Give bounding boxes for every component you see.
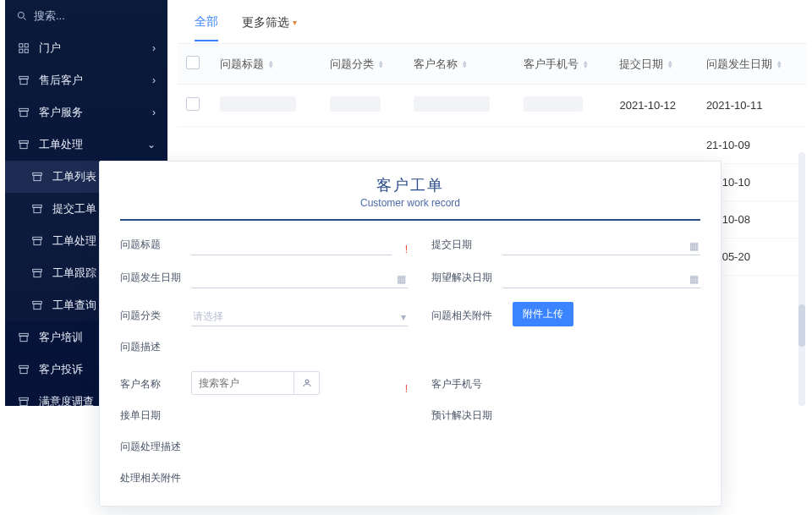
modal-subtitle: Customer work record xyxy=(120,197,700,209)
label-customer-phone: 客户手机号 xyxy=(431,377,492,395)
label-submit-date: 提交日期 xyxy=(431,238,492,255)
col-submit-date[interactable]: 提交日期▴▾ xyxy=(611,44,697,85)
svg-rect-4 xyxy=(19,49,23,52)
cell-redacted xyxy=(414,96,490,112)
upload-attachment-button[interactable]: 附件上传 xyxy=(513,302,573,326)
chevron-right-icon: › xyxy=(152,107,156,118)
label-handle-attach: 处理相关附件 xyxy=(120,471,191,489)
select-category[interactable] xyxy=(191,307,408,326)
search-icon xyxy=(15,9,29,23)
label-handle-desc: 问题处理描述 xyxy=(120,440,191,457)
input-customer-phone[interactable] xyxy=(502,376,700,395)
sidebar-item-aftersales-customer[interactable]: 售后客户 › xyxy=(5,64,167,96)
label-estimate-date: 预计解决日期 xyxy=(431,408,502,426)
required-icon: ! xyxy=(405,383,408,395)
tab-more-filter[interactable]: 更多筛选 ▾ xyxy=(242,15,297,41)
input-occur-date[interactable] xyxy=(191,269,408,288)
archive-icon xyxy=(17,395,30,406)
label-attachment: 问题相关附件 xyxy=(431,309,502,326)
svg-rect-7 xyxy=(20,79,27,84)
archive-icon xyxy=(17,138,30,151)
archive-icon xyxy=(30,234,44,248)
sidebar-search[interactable]: 搜索... xyxy=(5,0,167,32)
divider xyxy=(120,219,700,221)
customer-search xyxy=(191,371,320,395)
sort-icon: ▴▾ xyxy=(777,60,782,68)
svg-line-1 xyxy=(24,18,26,20)
grid-icon xyxy=(17,41,30,55)
checkbox-row[interactable] xyxy=(186,97,200,111)
label-customer: 客户名称 xyxy=(120,377,181,395)
input-issue-title[interactable] xyxy=(191,236,392,255)
chevron-right-icon: › xyxy=(152,42,156,54)
customer-ticket-modal: 客户工单 Customer work record 问题标题 ! 提交日期 ▦ … xyxy=(99,161,721,507)
input-expect-date[interactable] xyxy=(502,269,700,288)
archive-icon xyxy=(30,170,44,184)
label-issue-title: 问题标题 xyxy=(120,238,181,255)
input-submit-date[interactable] xyxy=(502,236,700,255)
checkbox-all[interactable] xyxy=(186,56,200,69)
label-expect-date: 期望解决日期 xyxy=(431,271,492,288)
sort-icon: ▴▾ xyxy=(463,60,467,68)
sort-icon: ▴▾ xyxy=(379,60,383,68)
chevron-down-icon: ⌄ xyxy=(147,139,156,151)
sidebar-item-ticket-handling[interactable]: 工单处理 ⌄ xyxy=(5,129,167,161)
archive-icon xyxy=(30,299,44,312)
cell-submit-date: 2021-10-12 xyxy=(611,85,697,127)
filter-tabs: 全部 更多筛选 ▾ xyxy=(178,0,807,44)
customer-search-button[interactable] xyxy=(294,372,319,394)
svg-rect-19 xyxy=(34,271,41,277)
svg-rect-23 xyxy=(20,336,27,341)
cell-redacted xyxy=(330,96,381,112)
table-row[interactable]: 21-10-09 xyxy=(178,127,807,164)
svg-rect-5 xyxy=(25,49,28,52)
sort-icon: ▴▾ xyxy=(668,60,672,68)
svg-rect-3 xyxy=(25,44,28,47)
archive-icon xyxy=(17,106,30,119)
label-desc: 问题描述 xyxy=(120,340,181,358)
sidebar-item-customer-service[interactable]: 客户服务 › xyxy=(5,96,167,129)
col-customer-name[interactable]: 客户名称▴▾ xyxy=(405,44,515,85)
sort-icon: ▴▾ xyxy=(269,60,273,68)
cell-redacted xyxy=(524,96,583,112)
col-customer-phone[interactable]: 客户手机号▴▾ xyxy=(515,44,612,85)
svg-rect-27 xyxy=(20,400,27,405)
svg-rect-9 xyxy=(20,111,27,116)
cell-occur-date: 2021-10-11 xyxy=(698,85,807,127)
label-category: 问题分类 xyxy=(120,309,181,326)
svg-point-28 xyxy=(305,380,309,383)
label-occur-date: 问题发生日期 xyxy=(120,271,181,288)
cell-redacted xyxy=(220,96,296,112)
tab-all[interactable]: 全部 xyxy=(195,14,218,41)
sidebar-item-portal[interactable]: 门户 › xyxy=(5,32,167,64)
label-receive-date: 接单日期 xyxy=(120,408,181,426)
required-icon: ! xyxy=(405,244,408,255)
sidebar-search-placeholder: 搜索... xyxy=(34,8,65,24)
table-row[interactable]: 2021-10-12 2021-10-11 xyxy=(178,85,807,127)
scrollbar[interactable] xyxy=(798,152,805,406)
archive-icon xyxy=(30,202,44,216)
svg-point-0 xyxy=(18,12,24,18)
modal-title: 客户工单 xyxy=(120,175,700,195)
svg-rect-17 xyxy=(34,239,41,244)
caret-down-icon: ▾ xyxy=(293,18,297,27)
svg-rect-13 xyxy=(34,175,41,180)
svg-rect-2 xyxy=(19,44,23,47)
col-issue-category[interactable]: 问题分类▴▾ xyxy=(321,44,404,85)
chevron-right-icon: › xyxy=(152,74,156,86)
cell-occur-date: 21-10-09 xyxy=(698,127,807,164)
archive-icon xyxy=(30,266,44,280)
svg-rect-15 xyxy=(34,207,41,212)
svg-rect-21 xyxy=(34,304,41,309)
archive-icon xyxy=(17,74,30,87)
archive-icon xyxy=(17,331,30,344)
archive-icon xyxy=(17,363,30,376)
sort-icon: ▴▾ xyxy=(584,60,588,68)
svg-rect-25 xyxy=(20,368,27,373)
customer-search-input[interactable] xyxy=(192,372,294,394)
col-issue-title[interactable]: 问题标题▴▾ xyxy=(211,44,321,85)
col-occur-date[interactable]: 问题发生日期▴▾ xyxy=(698,44,807,85)
svg-rect-11 xyxy=(20,143,27,148)
